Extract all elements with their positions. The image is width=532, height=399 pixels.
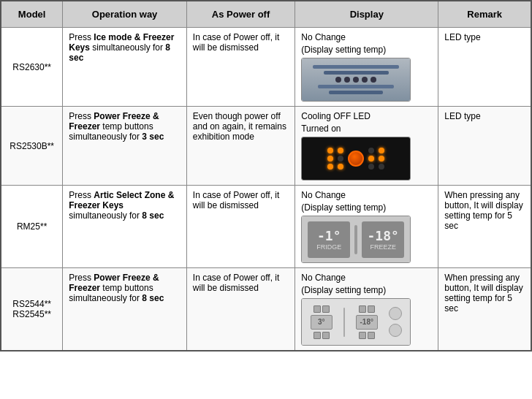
table-row: RM25** Press Artic Select Zone & Freezer… — [1, 186, 531, 268]
model-rm25: RM25** — [1, 186, 63, 268]
remark-rs2530b: LED type — [438, 107, 531, 186]
display-sublabel-rs2630: (Display setting temp) — [301, 45, 432, 55]
display-sublabel-rm25: (Display setting temp) — [301, 202, 432, 213]
display-rs2630: No Change (Display setting temp) — [295, 28, 438, 107]
header-operation: Operation way — [63, 1, 187, 28]
display-label-rs2630: No Change — [301, 32, 432, 42]
model-rs2630: RS2630** — [1, 28, 63, 107]
main-table: Model Operation way As Power off Display… — [0, 0, 532, 352]
display-sublabel-rs2530b: Turned on — [301, 123, 432, 134]
display-panel-rs2630 — [301, 58, 411, 102]
operation-rs2544: Press Power Freeze & Freezer temp button… — [63, 268, 187, 352]
display-rs2544: No Change (Display setting temp) 3° — [295, 268, 438, 352]
header-display: Display — [295, 1, 438, 28]
display-rs2530b: Cooling OFF LED Turned on — [295, 107, 438, 186]
display-label-rs2530b: Cooling OFF LED — [301, 111, 432, 121]
model-rs2530b: RS2530B** — [1, 107, 63, 186]
remark-rs2544: When pressing any button, It will displa… — [438, 268, 531, 352]
display-panel-rs2530b — [301, 137, 411, 180]
header-remark: Remark — [438, 1, 531, 28]
display-sublabel-rs2544: (Display setting temp) — [301, 285, 432, 295]
operation-rs2630: Press Ice mode & Freezer Keys simultaneo… — [63, 28, 187, 107]
display-label-rm25: No Change — [301, 190, 432, 200]
operation-rm25: Press Artic Select Zone & Freezer Keys s… — [63, 186, 187, 268]
header-power-off: As Power off — [186, 1, 294, 28]
table-row: RS2544** RS2545** Press Power Freeze & F… — [1, 268, 531, 352]
display-label-rs2544: No Change — [301, 273, 432, 283]
power-off-rs2530b: Even though power off and on again, it r… — [186, 107, 294, 186]
power-off-rs2544: In case of Power off, it will be dismiss… — [186, 268, 294, 352]
header-model: Model — [1, 1, 63, 28]
remark-rs2630: LED type — [438, 28, 531, 107]
display-panel-rs2544: 3° -18° — [301, 298, 411, 346]
display-panel-rm25: -1° FRIDGE -18° FREEZE — [301, 216, 411, 263]
model-rs2544: RS2544** RS2545** — [1, 268, 63, 352]
remark-rm25: When pressing any button, It will displa… — [438, 186, 531, 268]
operation-rs2530b: Press Power Freeze & Freezer temp button… — [63, 107, 187, 186]
power-off-rm25: In case of Power off, it will be dismiss… — [186, 186, 294, 268]
display-rm25: No Change (Display setting temp) -1° FRI… — [295, 186, 438, 268]
power-off-rs2630: In case of Power off, it will be dismiss… — [186, 28, 294, 107]
table-row: RS2530B** Press Power Freeze & Freezer t… — [1, 107, 531, 186]
table-row: RS2630** Press Ice mode & Freezer Keys s… — [1, 28, 531, 107]
